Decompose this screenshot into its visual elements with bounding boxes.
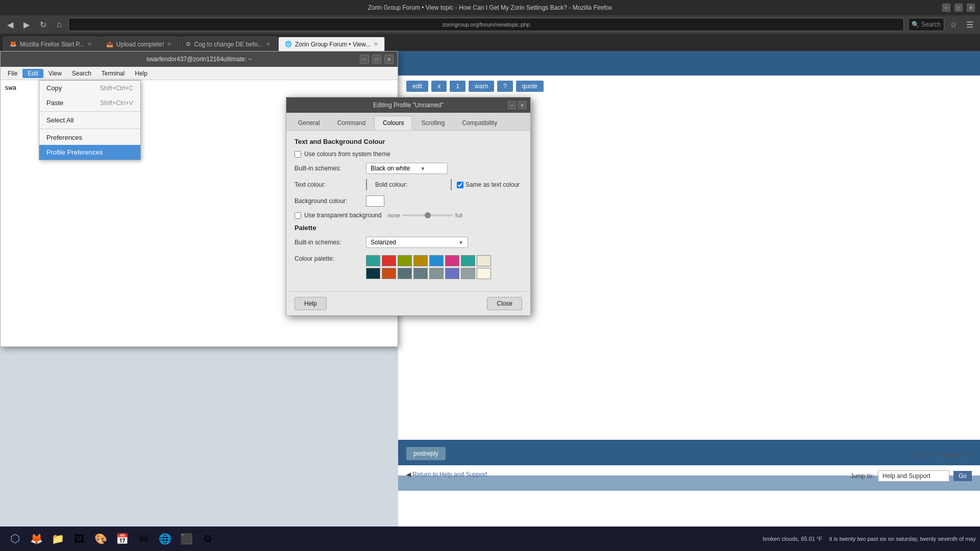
swatch-r1c1[interactable] <box>366 255 380 266</box>
menu-item-paste[interactable]: Paste Shift+Ctrl+V <box>39 95 140 110</box>
palette-schemes-dropdown[interactable]: Solarized ▼ <box>366 237 468 248</box>
close-tab-1[interactable]: ✕ <box>87 41 92 47</box>
bold-colour-label: Bold colour: <box>375 181 447 188</box>
same-as-text-checkbox[interactable] <box>457 182 463 188</box>
warn-btn[interactable]: warn <box>469 81 494 92</box>
taskbar-files-icon[interactable]: 📁 <box>48 530 67 548</box>
swatch-r1c8[interactable] <box>477 255 491 266</box>
tab-3[interactable]: ⚙ Cog to change DE befo... ✕ <box>179 37 277 51</box>
menu-terminal[interactable]: Terminal <box>96 69 130 78</box>
jump-to-area: Jump to: Help and Support Go <box>850 470 972 482</box>
terminal-close[interactable]: ✕ <box>384 55 394 64</box>
search-placeholder: Search <box>921 21 941 28</box>
return-help-link[interactable]: Return to Help and Support <box>412 471 487 478</box>
tab-general[interactable]: General <box>289 116 329 130</box>
quote-btn[interactable]: quote <box>516 81 544 92</box>
colour-palette-grid-container <box>366 253 491 279</box>
tab-1[interactable]: 🦊 Mozilla Firefox Start P... ✕ <box>3 37 99 51</box>
text-colour-row: Text colour: Bold colour: Same as text c… <box>295 179 522 190</box>
edit-btn[interactable]: edit <box>406 81 428 92</box>
menu-file[interactable]: File <box>3 69 22 78</box>
swatch-r1c2[interactable] <box>382 255 396 266</box>
transparent-none-label: none <box>387 212 400 218</box>
taskbar-more-icon[interactable]: ⚙ <box>199 530 217 548</box>
home-btn[interactable]: ⌂ <box>52 17 66 32</box>
menu-item-preferences[interactable]: Preferences <box>39 130 140 145</box>
swatch-r2c2[interactable] <box>382 268 396 279</box>
menu-item-selectall[interactable]: Select All <box>39 113 140 128</box>
question-btn[interactable]: ? <box>497 81 513 92</box>
post-reply-btn[interactable]: postreply <box>406 447 446 460</box>
swatch-r2c3[interactable] <box>398 268 412 279</box>
swatch-r2c8[interactable] <box>477 268 491 279</box>
profile-editing-dialog: Editing Profile "Unnamed" ─ ✕ General Co… <box>286 97 531 316</box>
swatch-r1c7[interactable] <box>461 255 475 266</box>
minimize-btn[interactable]: ─ <box>942 4 950 12</box>
taskbar-gimp-icon[interactable]: 🎨 <box>91 530 110 548</box>
swatch-r2c4[interactable] <box>413 268 428 279</box>
x-btn[interactable]: x <box>431 81 447 92</box>
maximize-btn[interactable]: □ <box>954 4 963 12</box>
tab-2[interactable]: 📤 Upload complete! ✕ <box>100 37 178 51</box>
jump-to-select[interactable]: Help and Support <box>878 470 949 482</box>
one-btn[interactable]: 1 <box>450 81 465 92</box>
swatch-r2c1[interactable] <box>366 268 380 279</box>
go-btn[interactable]: Go <box>953 471 972 481</box>
menu-item-profile-prefs[interactable]: Profile Preferences <box>39 145 140 160</box>
text-colour-label: Text colour: <box>295 181 366 188</box>
taskbar-mail-icon[interactable]: ✉ <box>134 530 153 548</box>
use-system-theme-checkbox[interactable] <box>295 151 301 158</box>
swatch-r2c6[interactable] <box>445 268 459 279</box>
taskbar-zorin-icon[interactable]: ⬡ <box>6 530 24 548</box>
dialog-minimize[interactable]: ─ <box>508 101 516 109</box>
dialog-titlebar: Editing Profile "Unnamed" ─ ✕ <box>286 97 530 113</box>
swatch-r2c7[interactable] <box>461 268 475 279</box>
background-colour-swatch[interactable] <box>366 195 384 207</box>
dialog-close-btn[interactable]: Close <box>487 297 522 310</box>
taskbar-photos-icon[interactable]: 🖼 <box>70 530 88 548</box>
swatch-r1c6[interactable] <box>445 255 459 266</box>
close-tab-4[interactable]: ✕ <box>374 41 378 47</box>
close-btn[interactable]: ✕ <box>967 4 975 12</box>
transparency-slider[interactable] <box>402 214 453 216</box>
menu-help[interactable]: Help <box>130 69 153 78</box>
tab-compatibility[interactable]: Compatibility <box>453 116 506 130</box>
bookmark-btn[interactable]: ☆ <box>946 17 961 32</box>
close-tab-3[interactable]: ✕ <box>266 41 271 47</box>
terminal-title: swarfendor437@zorin12164ultimate: ~ <box>146 56 252 63</box>
palette-row-1 <box>366 255 491 266</box>
dialog-help-btn[interactable]: Help <box>295 297 327 310</box>
taskbar-internet-icon[interactable]: 🌐 <box>156 530 174 548</box>
address-bar[interactable]: zoringroup.org/forum/viewtopic.php <box>68 18 904 31</box>
transparent-bg-checkbox[interactable] <box>295 212 301 219</box>
menu-item-copy[interactable]: Copy Shift+Ctrl+C <box>39 81 140 95</box>
tab-scrolling[interactable]: Scrolling <box>412 116 453 130</box>
taskbar-right-area: broken clouds, 65.01 °F it is twenty two… <box>763 536 976 542</box>
swatch-r1c5[interactable] <box>429 255 444 266</box>
text-colour-swatch[interactable] <box>366 179 367 190</box>
bold-colour-swatch[interactable] <box>451 179 452 190</box>
taskbar-firefox-icon[interactable]: 🦊 <box>27 530 45 548</box>
taskbar-terminal-icon[interactable]: ⬛ <box>177 530 195 548</box>
built-in-schemes-dropdown[interactable]: Black on white ▼ <box>366 163 448 174</box>
taskbar-calendar-icon[interactable]: 📅 <box>113 530 131 548</box>
menu-btn[interactable]: ☰ <box>963 17 977 32</box>
tab-colours[interactable]: Colours <box>374 116 412 130</box>
reload-btn[interactable]: ↻ <box>36 17 50 32</box>
terminal-maximize[interactable]: □ <box>372 55 381 64</box>
swatch-r1c4[interactable] <box>413 255 428 266</box>
back-btn[interactable]: ◀ <box>3 17 17 32</box>
menu-edit[interactable]: Edit <box>22 69 43 78</box>
dialog-close[interactable]: ✕ <box>518 101 526 109</box>
tab-command[interactable]: Command <box>329 116 374 130</box>
menu-view[interactable]: View <box>43 69 67 78</box>
terminal-titlebar-buttons: ─ □ ✕ <box>360 55 394 64</box>
tab-4[interactable]: 🌐 Zorin Group Forum • View... ✕ <box>278 37 385 51</box>
forward-btn[interactable]: ▶ <box>19 17 34 32</box>
terminal-minimize[interactable]: ─ <box>360 55 369 64</box>
swatch-r2c5[interactable] <box>429 268 444 279</box>
close-tab-2[interactable]: ✕ <box>167 41 172 47</box>
forum-bottom-bar <box>398 440 980 465</box>
swatch-r1c3[interactable] <box>398 255 412 266</box>
menu-search[interactable]: Search <box>67 69 96 78</box>
